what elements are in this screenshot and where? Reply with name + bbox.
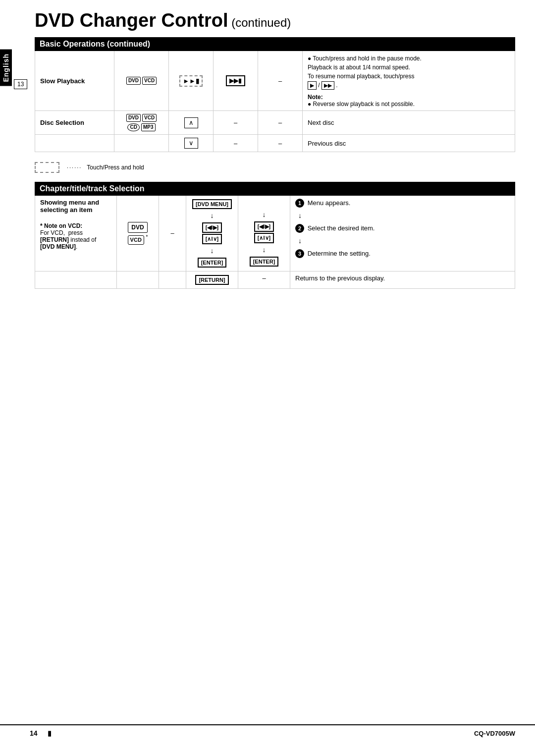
down-arrow1: ↓ bbox=[191, 212, 233, 220]
dvd-badge: DVD bbox=[126, 77, 141, 85]
disc-down-arrow: ∨ bbox=[184, 138, 198, 149]
vcd-badge: VCD bbox=[142, 77, 157, 85]
disc-down-disc-empty bbox=[114, 135, 169, 152]
disc-up-dash2: – bbox=[258, 111, 303, 135]
nav-left-right-btn2: [◀I▶] bbox=[254, 221, 274, 232]
disc-down-dash2: – bbox=[258, 135, 303, 152]
disc-down-row: ∨ – – Previous disc bbox=[35, 135, 515, 152]
down-arrow4: ↓ bbox=[243, 246, 285, 254]
return-row: [RETURN] – Returns to the previous displ… bbox=[35, 271, 515, 288]
showing-menu-label: Showing menu andselecting an item bbox=[40, 199, 99, 214]
chapter-dvd-col: [DVD MENU] ↓ [◀I▶] [∧I∨] ↓ [ENTER] bbox=[186, 196, 238, 271]
dvd-badge3: DVD bbox=[128, 222, 147, 233]
step2-text: Select the desired item. bbox=[308, 224, 375, 232]
slow-period: . bbox=[336, 82, 337, 89]
basic-ops-header: Basic Operations (continued) bbox=[35, 37, 515, 51]
play-btn-inline2: ▶▶ bbox=[321, 81, 334, 90]
step2-down: ↓ bbox=[298, 237, 510, 245]
slow-speed: Playback is at about 1/4 normal speed. bbox=[308, 64, 410, 71]
play-btn-inline: ▶ bbox=[308, 81, 317, 90]
cd-badge: CD bbox=[127, 123, 139, 131]
step1-row: 1 Menu appears. bbox=[295, 199, 510, 208]
footer-model: CQ-VD7005W bbox=[474, 730, 515, 737]
step3-num: 3 bbox=[295, 249, 304, 258]
vcd-asterisk: * bbox=[146, 234, 148, 240]
chapter-name-cell: Showing menu andselecting an item * Note… bbox=[35, 196, 117, 271]
chapter-dash-cell: – bbox=[159, 196, 186, 271]
disc-down-empty bbox=[35, 135, 114, 152]
disc-down-btn: ∨ bbox=[169, 135, 214, 152]
slow-btn2-icon: ▶▶▮ bbox=[226, 75, 245, 86]
return-desc: Returns to the previous display. bbox=[290, 271, 515, 288]
dvd-menu-btn: [DVD MENU] bbox=[192, 199, 232, 209]
chapter-steps-cell: 1 Menu appears. ↓ 2 Select the desired i… bbox=[290, 196, 515, 271]
return-empty3 bbox=[159, 271, 186, 288]
slow-btn1-icon: ►►▮ bbox=[179, 75, 203, 87]
legend-row: ······ Touch/Press and hold bbox=[35, 162, 515, 173]
slow-btn2: ▶▶▮ bbox=[214, 51, 258, 111]
step3-row: 3 Determine the setting. bbox=[295, 249, 510, 258]
disc-up-btn: ∧ bbox=[169, 111, 214, 135]
slow-btn3-dash: – bbox=[258, 51, 303, 111]
return-empty2 bbox=[117, 271, 159, 288]
slow-playback-disc: DVD VCD bbox=[114, 51, 169, 111]
legend-dots: ······ bbox=[67, 164, 82, 170]
disc-selection-row: Disc Selection DVD VCD CD MP3 ∧ – – – Ne… bbox=[35, 111, 515, 135]
vcd-note: * Note on VCD: For VCD, press [RETURN] i… bbox=[40, 222, 111, 250]
disc-up-dash: – bbox=[214, 111, 258, 135]
step2-num: 2 bbox=[295, 224, 304, 233]
note-text: ● Reverse slow playback is not possible. bbox=[308, 101, 415, 108]
basic-ops-table: Slow Playback DVD VCD ►►▮ ▶▶▮ – ● Touch/… bbox=[35, 51, 515, 152]
step3-text: Determine the setting. bbox=[308, 250, 371, 257]
mp3-badge: MP3 bbox=[141, 123, 156, 131]
footer: 14 ▮ CQ-VD7005W bbox=[0, 724, 535, 741]
disc-prev-label: Previous disc bbox=[303, 135, 515, 152]
vcd-badge3: VCD bbox=[128, 235, 144, 245]
chapter-disc-cell: DVD VCD * bbox=[117, 196, 159, 271]
return-dash-cell: – bbox=[238, 271, 290, 288]
page-title: DVD Changer Control (continued) bbox=[35, 10, 515, 31]
disc-selection-label: Disc Selection bbox=[35, 111, 114, 135]
step1-num: 1 bbox=[295, 199, 304, 208]
chapter-header: Chapter/title/track Selection bbox=[35, 182, 515, 196]
slow-playback-desc: ● Touch/press and hold in the pause mode… bbox=[303, 51, 515, 111]
legend-text: Touch/Press and hold bbox=[87, 164, 144, 171]
slow-bullet: ● Touch/press and hold in the pause mode… bbox=[308, 55, 422, 62]
nav-left-right-btn: [◀I▶] bbox=[202, 222, 222, 233]
footer-divider: ▮ bbox=[48, 729, 52, 737]
down-arrow3: ↓ bbox=[243, 211, 285, 219]
note-label: Note: bbox=[308, 94, 323, 101]
slow-slash: / bbox=[318, 82, 321, 89]
disc-up-arrow: ∧ bbox=[184, 117, 198, 128]
down-arrow2: ↓ bbox=[191, 247, 233, 255]
page-number-box: 13 bbox=[14, 79, 27, 89]
chapter-main-row: Showing menu andselecting an item * Note… bbox=[35, 196, 515, 271]
disc-down-dash: – bbox=[214, 135, 258, 152]
slow-playback-row: Slow Playback DVD VCD ►►▮ ▶▶▮ – ● Touch/… bbox=[35, 51, 515, 111]
return-btn: [RETURN] bbox=[195, 275, 228, 285]
return-empty1 bbox=[35, 271, 117, 288]
footer-page-num: 14 bbox=[30, 729, 38, 737]
disc-next-label: – Next disc bbox=[303, 111, 515, 135]
return-btn-cell: [RETURN] bbox=[186, 271, 238, 288]
nav-up-down-btn: [∧I∨] bbox=[202, 234, 222, 244]
enter-btn-left: [ENTER] bbox=[198, 258, 227, 268]
nav-up-down-btn2: [∧I∨] bbox=[254, 233, 274, 243]
dvd-badge2: DVD bbox=[126, 114, 141, 122]
disc-selection-disc: DVD VCD CD MP3 bbox=[114, 111, 169, 135]
step2-row: 2 Select the desired item. bbox=[295, 224, 510, 233]
legend-dashed-box bbox=[35, 162, 59, 173]
enter-btn-right: [ENTER] bbox=[250, 257, 279, 267]
slow-btn1: ►►▮ bbox=[169, 51, 214, 111]
step1-down: ↓ bbox=[298, 212, 510, 220]
slow-resume: To resume normal playback, touch/press bbox=[308, 73, 414, 80]
sidebar-lang-label: English bbox=[0, 50, 12, 86]
slow-playback-label: Slow Playback bbox=[35, 51, 114, 111]
chapter-table: Showing menu andselecting an item * Note… bbox=[35, 196, 515, 289]
chapter-vcd-col: ↓ [◀I▶] [∧I∨] ↓ [ENTER] bbox=[238, 196, 290, 271]
step1-text: Menu appears. bbox=[308, 199, 351, 207]
vcd-badge2: VCD bbox=[142, 114, 157, 122]
